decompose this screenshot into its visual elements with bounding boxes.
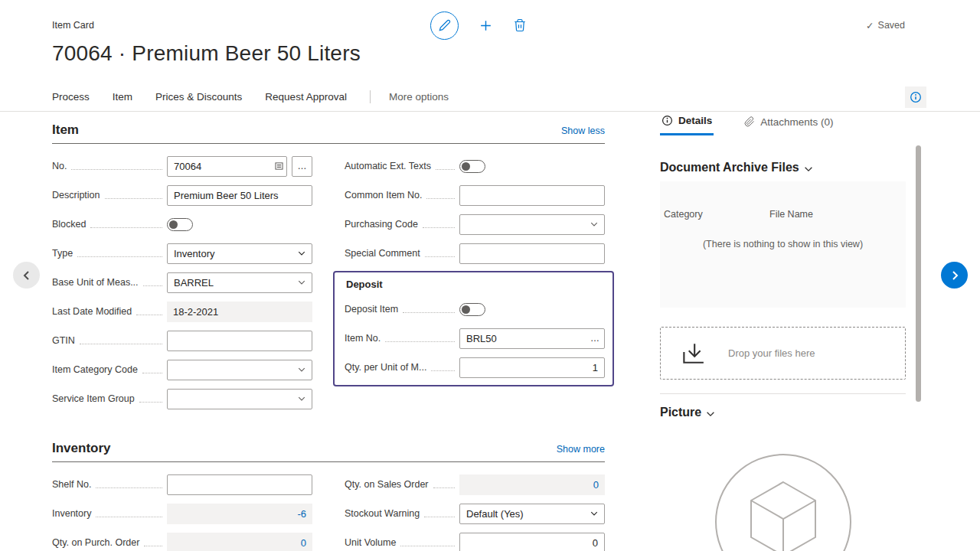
blocked-toggle[interactable] [167,218,193,231]
dotted-leader [142,373,162,373]
base-uom-value: BARREL [174,277,297,289]
menu-item[interactable]: Item [113,91,132,103]
stockout-warning-select[interactable]: Default (Yes) [459,504,605,524]
menu-process[interactable]: Process [52,91,90,103]
dotted-leader [423,227,455,228]
service-group-select[interactable] [167,389,312,409]
qty-per-uom-input[interactable] [459,357,605,378]
common-item-no-input[interactable] [459,185,605,206]
inventory-value[interactable]: -6 [167,504,312,524]
field-row-purchasing-code: Purchasing Code [345,213,605,236]
info-button[interactable] [905,86,926,108]
chevron-down-icon [297,249,306,258]
picture-header[interactable]: Picture [660,406,906,419]
dotted-leader [144,546,162,546]
previous-record-button[interactable] [13,262,40,289]
tab-details-label: Details [678,115,712,126]
qty-purch-order-label: Qty. on Purch. Order [52,537,139,548]
dotted-leader [136,315,162,315]
document-archive-header[interactable]: Document Archive Files [660,161,906,174]
deposit-item-no-input[interactable] [459,328,605,349]
delete-button[interactable] [513,18,527,32]
field-row-qty-per-uom: Qty. per Unit of M... [345,356,605,379]
next-record-button[interactable] [941,262,968,289]
description-input[interactable] [167,185,312,206]
dotted-leader [139,402,162,403]
unit-volume-input[interactable] [459,533,605,551]
archive-empty-message: (There is nothing to show in this view) [660,239,906,249]
field-row-qty-sales-order: Qty. on Sales Order 0 [345,473,605,496]
qty-sales-order-value[interactable]: 0 [459,474,605,495]
stockout-warning-value: Default (Yes) [466,508,590,520]
type-select[interactable]: Inventory [167,243,312,264]
factbox-scrollbar[interactable] [916,145,921,402]
dotted-leader [425,256,455,257]
base-uom-select[interactable]: BARREL [167,272,312,293]
chevron-down-icon [590,220,599,229]
menu-prices-discounts[interactable]: Prices & Discounts [155,91,242,103]
page-type-caption: Item Card [52,20,94,31]
no-label: No. [52,161,67,171]
assist-edit-icon[interactable] [275,162,283,171]
item-category-select[interactable] [167,360,312,380]
archive-column-headers: Category File Name [660,181,906,220]
chevron-down-icon [590,509,599,518]
dotted-leader [105,198,162,199]
dotted-leader [96,487,162,488]
qty-per-uom-label: Qty. per Unit of M... [345,362,426,373]
dotted-leader [80,344,162,344]
field-row-unit-volume: Unit Volume [345,531,605,551]
dotted-leader [143,285,162,286]
shelf-no-input[interactable] [167,474,312,495]
inventory-left-column: Shelf No. Inventory -6 Qty. on Purch. Or… [52,473,312,551]
field-row-no: No. … [52,155,312,178]
ellipsis-icon[interactable]: … [590,334,599,343]
info-icon [662,115,673,126]
no-ellipsis-button[interactable]: … [292,156,312,177]
file-dropzone[interactable]: Drop your files here [660,327,906,380]
toggle-knob [169,220,178,229]
show-more-link[interactable]: Show more [557,444,605,455]
new-button[interactable] [479,18,493,33]
tab-attachments[interactable]: Attachments (0) [743,115,835,135]
purchasing-code-select[interactable] [459,214,605,235]
show-less-link[interactable]: Show less [561,126,605,136]
chevron-right-icon [949,269,961,282]
tab-details[interactable]: Details [660,115,714,135]
shelf-no-label: Shelf No. [52,479,91,490]
action-menubar: Process Item Prices & Discounts Request … [0,83,980,112]
dotted-leader [426,198,455,199]
edit-button[interactable] [430,11,459,40]
field-row-auto-ext-texts: Automatic Ext. Texts [345,155,605,178]
special-comment-input[interactable] [459,243,605,264]
column-category: Category [664,209,769,220]
last-modified-label: Last Date Modified [52,306,132,317]
auto-ext-texts-toggle[interactable] [459,160,485,173]
gtin-input[interactable] [167,331,312,351]
field-row-type: Type Inventory [52,242,312,265]
auto-ext-texts-label: Automatic Ext. Texts [345,161,431,171]
deposit-item-toggle[interactable] [459,303,485,316]
qty-purch-order-value[interactable]: 0 [167,533,312,551]
inventory-right-column: Qty. on Sales Order 0 Stockout Warning D… [345,473,605,551]
deposit-item-no-label: Item No. [345,333,381,344]
dotted-leader [424,517,455,517]
field-row-last-modified: Last Date Modified 18-2-2021 [52,300,312,323]
factbox-pane: Details Attachments (0) Document Archive… [660,115,906,551]
item-left-column: No. … Description [52,155,312,416]
dotted-leader [433,487,455,488]
dotted-leader [96,517,162,517]
special-comment-label: Special Comment [345,248,420,259]
field-row-description: Description [52,184,312,207]
inventory-label: Inventory [52,508,91,519]
menu-request-approval[interactable]: Request Approval [265,91,347,103]
tab-attachments-label: Attachments (0) [760,116,833,128]
base-uom-label: Base Unit of Meas... [52,277,139,288]
no-input[interactable] [167,156,287,177]
chevron-down-icon [803,164,814,174]
menu-more-options[interactable]: More options [389,91,449,103]
description-label: Description [52,190,100,201]
factbox-tabs: Details Attachments (0) [660,115,906,135]
page-title: 70064 · Premium Beer 50 Liters [52,41,361,66]
gtin-label: GTIN [52,335,75,346]
